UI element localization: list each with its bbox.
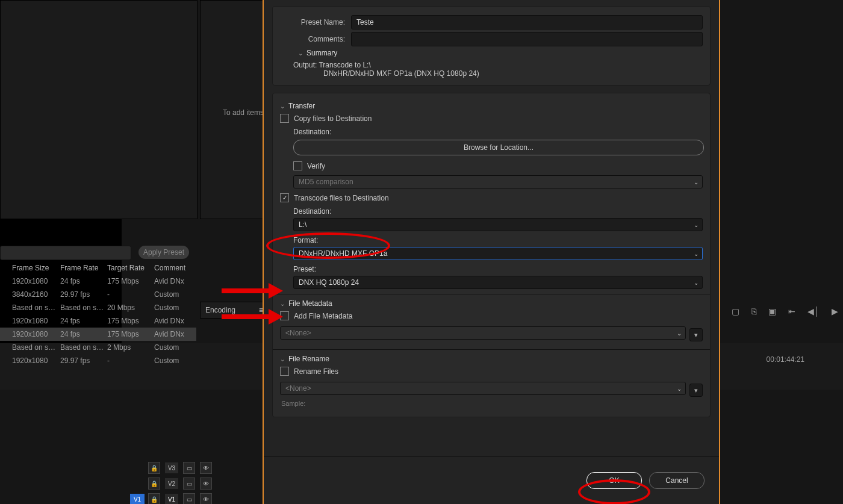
table-row[interactable]: Based on s… Based on s… 2 Mbps Custom [0, 341, 196, 354]
table-row[interactable]: 1920x1080 24 fps 175 Mbps Avid DNx [0, 314, 196, 328]
marker-icon[interactable]: ▢ [732, 306, 739, 316]
track-row: 🔒 V2 ▭ 👁 [148, 477, 212, 490]
summary-output-line2: DNxHR/DNxHD MXF OP1a (DNX HQ 1080p 24) [323, 69, 703, 78]
table-row[interactable]: 1920x1080 24 fps 175 Mbps Avid DNx [0, 328, 196, 341]
comments-label: Comments: [280, 35, 351, 43]
chevron-down-icon: ⌄ [694, 279, 698, 286]
apply-preset-button[interactable]: Apply Preset [138, 246, 189, 259]
file-metadata-header: File Metadata [288, 299, 332, 308]
safe-margins-icon[interactable]: ▣ [768, 306, 776, 316]
col-frame-size: Frame Size [0, 264, 60, 272]
track-v2-label[interactable]: V2 [165, 478, 178, 489]
file-rename-header: File Rename [288, 355, 329, 363]
col-comment: Comment [154, 264, 196, 272]
verify-checkbox[interactable] [293, 161, 302, 170]
track-v3-label[interactable]: V3 [165, 462, 178, 473]
table-row[interactable]: 3840x2160 29.97 fps - Custom [0, 288, 196, 301]
transcode-destination-label: Destination: [293, 207, 703, 216]
track-row: 🔒 V1 ▭ 👁 [148, 493, 212, 504]
browse-location-button[interactable]: Browse for Location... [293, 140, 704, 155]
chevron-down-icon: ⌄ [677, 385, 682, 392]
new-rename-preset-button[interactable]: ▾ [689, 384, 703, 397]
cancel-button[interactable]: Cancel [649, 472, 705, 489]
preset-dropdown[interactable]: DNX HQ 1080p 24 ⌄ [293, 276, 703, 289]
chevron-down-icon: ⌄ [677, 330, 682, 337]
add-file-metadata-checkbox[interactable] [280, 311, 289, 320]
preset-table: Frame Size Frame Rate Target Rate Commen… [0, 261, 196, 367]
ingest-settings-dialog: Preset Name: Teste Comments: ⌄ Summary O… [263, 0, 720, 504]
summary-output-label: Output: [293, 61, 317, 69]
eye-icon[interactable]: 👁 [200, 478, 212, 490]
chevron-down-icon[interactable]: ⌄ [280, 356, 285, 362]
copy-files-checkbox[interactable] [280, 114, 289, 123]
transfer-card: ⌄ Transfer Copy files to Destination Des… [272, 93, 711, 417]
col-target-rate: Target Rate [107, 264, 154, 272]
preset-search-input[interactable] [0, 246, 131, 260]
add-items-hint: To add items [223, 108, 264, 117]
table-row[interactable]: Based on s… Based on s… 20 Mbps Custom [0, 301, 196, 314]
bg-panel [0, 0, 198, 219]
encoding-label: Encoding [205, 306, 235, 314]
col-frame-rate: Frame Rate [60, 264, 107, 272]
chevron-down-icon[interactable]: ⌄ [298, 50, 303, 57]
play-icon[interactable]: ▶ [832, 306, 838, 316]
format-dropdown[interactable]: DNxHR/DNxHD MXF OP1a ⌄ [293, 247, 703, 260]
timeline-track-headers: 🔒 V3 ▭ 👁 🔒 V2 ▭ 👁 🔒 V1 ▭ 👁 [148, 461, 212, 504]
lock-icon[interactable]: 🔒 [148, 478, 160, 490]
export-frame-icon[interactable]: ⎘ [751, 306, 756, 316]
verify-label: Verify [307, 162, 325, 170]
file-metadata-preset-dropdown: <None> ⌄ [280, 326, 686, 340]
chevron-down-icon[interactable]: ⌄ [280, 300, 285, 307]
sync-lock-icon[interactable]: ▭ [183, 478, 195, 490]
table-row[interactable]: 1920x1080 24 fps 175 Mbps Avid DNx [0, 275, 196, 288]
format-value: DNxHR/DNxHD MXF OP1a [299, 249, 387, 258]
table-row[interactable]: 1920x1080 29.97 fps - Custom [0, 354, 196, 367]
rename-sample-label: Sample: [281, 400, 703, 407]
copy-files-label: Copy files to Destination [294, 114, 372, 123]
rename-preset-dropdown: <None> ⌄ [280, 382, 686, 395]
sync-lock-icon[interactable]: ▭ [183, 462, 195, 474]
chevron-down-icon: ⌄ [694, 250, 698, 257]
dialog-footer: OK Cancel [264, 456, 719, 504]
preset-summary-card: Preset Name: Teste Comments: ⌄ Summary O… [272, 6, 711, 86]
lock-icon[interactable]: 🔒 [148, 493, 160, 504]
preset-label: Preset: [293, 265, 703, 273]
preset-value: DNX HQ 1080p 24 [299, 278, 359, 287]
table-header: Frame Size Frame Rate Target Rate Commen… [0, 261, 196, 275]
verify-method-dropdown: MD5 comparison ⌄ [293, 175, 703, 188]
transcode-label: Transcode files to Destination [294, 194, 389, 202]
sync-lock-icon[interactable]: ▭ [183, 493, 195, 504]
encoding-panel-header[interactable]: Encoding ≡ [200, 302, 269, 319]
chevron-down-icon: ⌄ [694, 222, 698, 228]
preset-name-input[interactable]: Teste [351, 15, 703, 30]
eye-icon[interactable]: 👁 [200, 493, 212, 504]
transfer-header: Transfer [288, 102, 315, 110]
summary-output-line1: Transcode to L:\ [319, 61, 370, 69]
eye-icon[interactable]: 👁 [200, 462, 212, 474]
summary-header: Summary [306, 49, 337, 57]
transcode-checkbox[interactable]: ✓ [280, 193, 289, 202]
preset-name-label: Preset Name: [280, 18, 351, 26]
track-row: 🔒 V3 ▭ 👁 [148, 461, 212, 474]
viewer-toolbar: ▢ ⎘ ▣ ⇤ ◀│ ▶ [732, 306, 838, 316]
track-v1-label[interactable]: V1 [165, 494, 178, 504]
source-v1-toggle[interactable]: V1 [130, 494, 145, 504]
transcode-destination-value: L:\ [299, 220, 306, 229]
app-stage: To add items Apply Preset Frame Size Fra… [0, 0, 843, 504]
program-timecode: 00:01:44:21 [767, 355, 804, 364]
comments-input[interactable] [351, 32, 703, 46]
lock-icon[interactable]: 🔒 [148, 462, 160, 474]
rename-files-label: Rename Files [294, 367, 338, 376]
ok-button[interactable]: OK [586, 472, 642, 489]
file-metadata-none: <None> [285, 329, 311, 337]
verify-method-value: MD5 comparison [299, 178, 353, 186]
new-metadata-preset-button[interactable]: ▾ [689, 328, 703, 341]
add-file-metadata-label: Add File Metadata [294, 312, 352, 320]
rename-files-checkbox[interactable] [280, 367, 289, 376]
go-to-in-icon[interactable]: ⇤ [788, 306, 795, 316]
chevron-down-icon[interactable]: ⌄ [280, 103, 285, 110]
step-back-icon[interactable]: ◀│ [807, 306, 820, 316]
transcode-destination-dropdown[interactable]: L:\ ⌄ [293, 218, 703, 231]
format-label: Format: [293, 236, 703, 244]
transfer-destination-label: Destination: [293, 128, 703, 136]
